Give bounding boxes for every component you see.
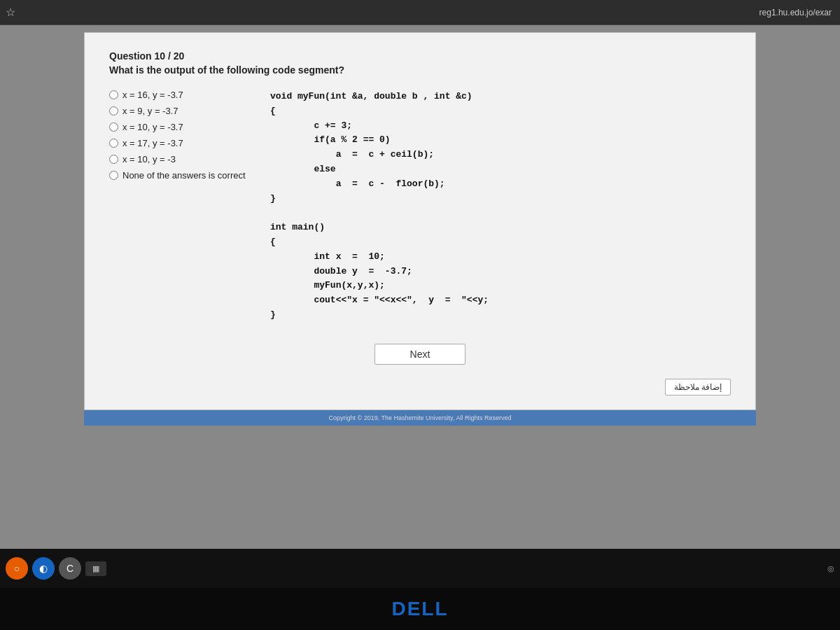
- arabic-button-row: إضافة ملاحظة: [109, 379, 731, 396]
- taskbar-icon-2: ◐: [39, 563, 48, 574]
- dell-area: DELL: [0, 588, 840, 630]
- choice-3-radio[interactable]: [109, 122, 118, 132]
- taskbar-icon-1: ○: [14, 563, 20, 574]
- choice-2[interactable]: x = 9, y = -3.7: [109, 106, 249, 116]
- choice-4[interactable]: x = 17, y = -3.7: [109, 138, 249, 148]
- choice-5-label: x = 10, y = -3: [122, 154, 176, 164]
- browser-area: Question 10 / 20 What is the output of t…: [0, 25, 840, 549]
- content-area: x = 16, y = -3.7 x = 9, y = -3.7 x = 10,…: [109, 90, 731, 323]
- choice-4-label: x = 17, y = -3.7: [122, 138, 183, 148]
- taskbar-time: ◎: [827, 564, 834, 573]
- choice-5-radio[interactable]: [109, 155, 118, 164]
- taskbar-tile-label: ▦: [92, 564, 99, 573]
- screen: ☆ reg1.hu.edu.jo/exar Question 10 / 20 W…: [0, 0, 840, 630]
- question-text: What is the output of the following code…: [109, 64, 731, 76]
- choice-4-radio[interactable]: [109, 139, 118, 148]
- question-header: Question 10 / 20 What is the output of t…: [109, 50, 731, 76]
- choice-3-label: x = 10, y = -3.7: [122, 122, 183, 132]
- star-icon: ☆: [6, 6, 15, 19]
- choice-2-label: x = 9, y = -3.7: [122, 106, 178, 116]
- taskbar-clock: ◎: [827, 564, 834, 573]
- choice-1-label: x = 16, y = -3.7: [122, 90, 183, 100]
- taskbar-btn-3[interactable]: C: [59, 557, 81, 580]
- footer-strip: Copyright © 2019, The Hashemite Universi…: [84, 410, 756, 426]
- arabic-note-button[interactable]: إضافة ملاحظة: [665, 379, 731, 396]
- taskbar: ○ ◐ C ▦ ◎: [0, 549, 840, 588]
- choice-6-label: None of the answers is correct: [122, 170, 246, 181]
- choice-3[interactable]: x = 10, y = -3.7: [109, 122, 249, 132]
- taskbar-btn-1[interactable]: ○: [6, 557, 28, 580]
- browser-topbar: ☆ reg1.hu.edu.jo/exar: [0, 0, 840, 25]
- choice-2-radio[interactable]: [109, 106, 118, 115]
- choice-1-radio[interactable]: [109, 90, 118, 99]
- next-button-row: Next: [109, 344, 731, 365]
- dell-logo: DELL: [391, 598, 448, 620]
- browser-url: reg1.hu.edu.jo/exar: [760, 8, 832, 18]
- question-number: Question 10 / 20: [109, 50, 731, 62]
- choices-column: x = 16, y = -3.7 x = 9, y = -3.7 x = 10,…: [109, 90, 249, 323]
- taskbar-icon-3: C: [66, 563, 74, 574]
- code-block: void myFun(int &a, double b , int &c) { …: [270, 90, 731, 323]
- taskbar-btn-2[interactable]: ◐: [32, 557, 55, 580]
- code-text: void myFun(int &a, double b , int &c) { …: [270, 90, 731, 323]
- choice-6-radio[interactable]: [109, 171, 118, 180]
- choice-1[interactable]: x = 16, y = -3.7: [109, 90, 249, 100]
- choice-5[interactable]: x = 10, y = -3: [109, 154, 249, 164]
- taskbar-tile-item[interactable]: ▦: [85, 561, 106, 576]
- next-button[interactable]: Next: [374, 344, 466, 365]
- footer-text: Copyright © 2019, The Hashemite Universi…: [329, 414, 512, 421]
- choice-6[interactable]: None of the answers is correct: [109, 170, 249, 181]
- exam-page: Question 10 / 20 What is the output of t…: [84, 32, 756, 410]
